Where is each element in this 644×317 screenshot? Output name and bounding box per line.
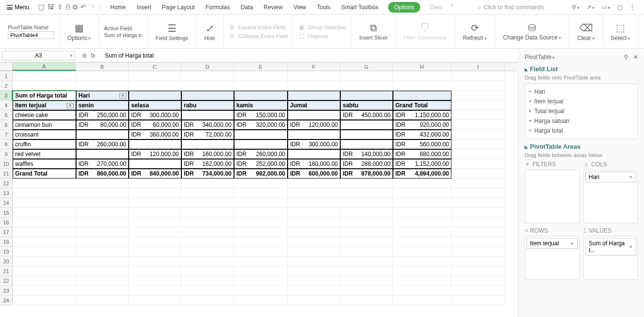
cell[interactable] [393,276,451,286]
cell[interactable]: croissant [13,130,76,139]
cell[interactable] [288,198,340,208]
cell[interactable] [451,139,505,149]
cell[interactable] [234,81,288,91]
cell[interactable]: IDR300,000.00 [288,139,340,149]
cell[interactable] [129,188,181,198]
cell[interactable]: IDR140,000.00 [340,149,393,159]
cell[interactable] [288,71,340,81]
cell[interactable]: selasa [129,100,181,110]
cell[interactable]: IDR180,000.00 [288,159,340,169]
cell[interactable] [13,237,76,247]
cell[interactable] [234,208,288,218]
select-all-corner[interactable] [0,62,13,71]
share-icon[interactable]: ↗▾ [586,4,595,11]
cell[interactable]: waffles [13,159,76,169]
col-header-I[interactable]: I [451,62,505,71]
cell[interactable] [181,178,234,188]
cell[interactable] [13,188,76,198]
cell[interactable]: IDR250,000.00 [76,110,129,120]
tab-design[interactable]: Desi [429,2,443,13]
cell[interactable]: IDR80,000.00 [76,120,129,130]
field-item[interactable]: Item terjual [528,97,635,106]
cell[interactable] [13,247,76,257]
row-header[interactable]: 14 [0,198,13,208]
cell[interactable] [76,266,129,276]
field-settings-button[interactable]: ☰Field Settings [153,21,191,42]
pt-name-input[interactable] [8,31,54,39]
cell[interactable]: IDR982,000.00 [234,169,288,178]
cell[interactable] [288,257,340,266]
cell[interactable] [234,178,288,188]
name-box[interactable]: A3▾ [2,51,75,60]
cell[interactable]: IDR162,000.00 [181,159,234,169]
cell[interactable] [181,286,234,296]
col-header-E[interactable]: E [234,62,288,71]
cell[interactable] [76,198,129,208]
cell[interactable] [340,139,393,149]
cell[interactable] [181,227,234,237]
cell[interactable] [234,266,288,276]
cell[interactable] [13,227,76,237]
cell[interactable] [451,218,505,227]
cell[interactable] [340,208,393,218]
row-header[interactable]: 9 [0,149,13,159]
cell[interactable]: IDR260,000.00 [76,139,129,149]
cell[interactable] [129,257,181,266]
cell[interactable] [129,296,181,305]
cell[interactable]: IDR260,000.00 [234,149,288,159]
cell[interactable] [288,218,340,227]
cell[interactable]: IDR878,000.00 [340,169,393,178]
cell[interactable] [76,237,129,247]
tab-insert[interactable]: Insert [136,2,152,13]
cell[interactable] [129,81,181,91]
cell[interactable] [181,139,234,149]
select-button[interactable]: ⬚Select▾ [608,21,633,42]
cell[interactable] [340,178,393,188]
cell[interactable] [393,198,451,208]
cell[interactable] [181,276,234,286]
cell[interactable] [76,188,129,198]
cell[interactable] [451,227,505,237]
close-icon[interactable]: ✕ [633,54,638,60]
cell[interactable] [129,198,181,208]
cell[interactable] [181,188,234,198]
cell[interactable]: IDR270,000.00 [76,159,129,169]
cell[interactable] [393,208,451,218]
pin-icon[interactable]: ⚲ [624,54,628,60]
cell[interactable] [393,237,451,247]
cell[interactable] [76,130,129,139]
cell[interactable] [234,71,288,81]
chat-icon[interactable]: ▢ [617,4,623,11]
cell[interactable] [234,188,288,198]
cell[interactable] [76,257,129,266]
cell[interactable] [340,198,393,208]
cell[interactable] [393,91,451,100]
cell[interactable] [288,286,340,296]
cell[interactable] [181,71,234,81]
cell[interactable] [76,247,129,257]
cell[interactable]: IDR300,000.00 [129,110,181,120]
cell[interactable] [288,178,340,188]
col-header-G[interactable]: G [340,62,393,71]
cell[interactable] [129,139,181,149]
cell[interactable] [340,227,393,237]
cell[interactable] [340,71,393,81]
undo-icon[interactable]: ↶ [80,3,86,11]
cell[interactable] [288,247,340,257]
cell[interactable] [234,237,288,247]
cell[interactable]: IDR680,000.00 [393,149,451,159]
window-icon[interactable]: ▭▾ [602,4,610,11]
refresh-button[interactable]: ⟳Refresh▾ [460,21,490,42]
rows-chip[interactable]: Item terjual▼ [527,238,578,249]
cell[interactable] [129,71,181,81]
cell[interactable] [451,208,505,218]
tab-options[interactable]: Options [388,2,420,13]
cell[interactable] [129,266,181,276]
cell[interactable] [129,91,181,100]
menu-button[interactable]: Menu [4,2,32,13]
cell[interactable] [451,178,505,188]
cell[interactable] [288,110,340,120]
row-header[interactable]: 23 [0,286,13,296]
cell[interactable] [13,71,76,81]
field-item[interactable]: Harga total [528,126,635,136]
